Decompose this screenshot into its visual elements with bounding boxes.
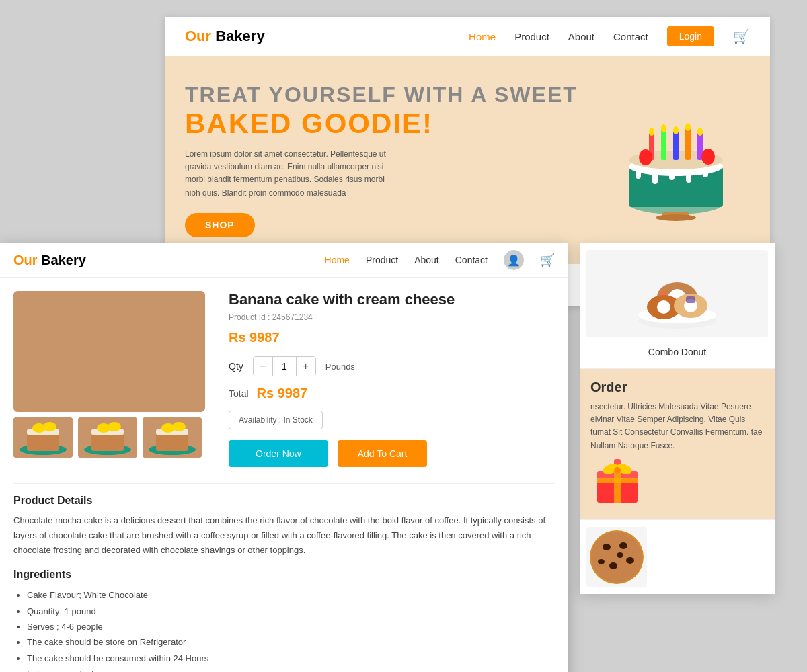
avatar: 👤	[504, 250, 524, 270]
thumbnail-row	[13, 417, 215, 458]
bg-nav-home[interactable]: Home	[469, 31, 496, 42]
svg-point-16	[673, 126, 679, 134]
svg-point-80	[598, 559, 605, 564]
svg-point-77	[619, 542, 627, 549]
qty-increase-button[interactable]: +	[297, 357, 315, 376]
svg-point-15	[661, 124, 666, 132]
svg-point-46	[108, 422, 121, 431]
bg-nav-about[interactable]: About	[568, 31, 594, 42]
bg-hero-cake	[602, 93, 750, 227]
ingredient-4: The cake should be store on Refrigerator	[27, 634, 555, 650]
ingredient-5: The cake should be consumed within 24 Ho…	[27, 650, 555, 666]
ingredients-title: Ingredients	[13, 569, 555, 581]
svg-point-20	[701, 149, 715, 165]
fg-logo-our: Our	[13, 253, 38, 267]
fg-navbar: Our Bakery Home Product About Contact 👤 …	[0, 243, 568, 278]
fg-nav-product[interactable]: Product	[366, 255, 398, 265]
svg-point-18	[697, 128, 703, 136]
bg-hero-description: Lorem ipsum dolor sit amet consectetur. …	[185, 148, 400, 200]
svg-rect-3	[636, 165, 641, 179]
thumbnail-2[interactable]	[78, 417, 137, 458]
svg-point-19	[639, 149, 652, 165]
product-title: Banana cake with cream cheese	[229, 291, 555, 308]
thumbnail-3[interactable]	[143, 417, 202, 458]
order-cta-title: Order	[590, 380, 764, 395]
svg-rect-70	[614, 471, 621, 503]
fg-cart-icon[interactable]: 🛒	[540, 253, 555, 267]
bg-logo-bakery: Bakery	[211, 28, 265, 44]
bg-shop-button[interactable]: SHOP	[185, 213, 255, 237]
fg-nav: Home Product About Contact 👤 🛒	[325, 250, 555, 270]
total-label: Total	[229, 388, 249, 399]
thumbnail-1[interactable]	[13, 417, 73, 458]
ingredient-2: Quantity; 1 pound	[27, 603, 555, 619]
combo-donut-image	[586, 250, 768, 337]
ingredient-1: Cake Flavour; White Chocolate	[27, 587, 555, 603]
details-title: Product Details	[13, 495, 555, 507]
ingredient-3: Serves ; 4-6 people	[27, 619, 555, 634]
banana-cake-image	[22, 294, 197, 409]
product-details-section: Product Details Chocolate mocha cake is …	[13, 483, 555, 672]
combo-donut-label: Combo Donut	[586, 343, 768, 362]
ingredient-6: Enjoy your cake !	[27, 666, 555, 672]
bg-logo-our: Our	[185, 28, 211, 44]
bg-logo: Our Bakery	[185, 28, 265, 45]
donut-image-svg	[633, 253, 721, 334]
svg-point-14	[649, 128, 654, 136]
svg-rect-65	[686, 296, 695, 303]
qty-decrease-button[interactable]: −	[254, 357, 272, 376]
bg-nav-product[interactable]: Product	[514, 31, 549, 42]
svg-point-17	[685, 123, 691, 131]
availability-badge: Availability : In Stock	[229, 411, 323, 429]
ingredients-list: Cake Flavour; White Chocolate Quantity; …	[13, 587, 555, 672]
product-id: Product Id : 245671234	[229, 312, 555, 322]
bg-navbar: Our Bakery Home Product About Contact Lo…	[165, 17, 770, 56]
right-panel: Combo Donut Order nsectetur. Ultricies M…	[580, 243, 775, 594]
action-buttons: Order Now Add To Cart	[229, 440, 555, 467]
bg-login-button[interactable]: Login	[667, 26, 714, 46]
main-product-image	[13, 291, 205, 412]
bg-hero-line2: BAKED GOODIE!	[185, 108, 578, 140]
cookie-card	[580, 519, 775, 594]
quantity-controls: − 1 +	[253, 356, 316, 376]
fg-nav-home[interactable]: Home	[325, 255, 350, 265]
product-section: Banana cake with cream cheese Product Id…	[13, 291, 555, 467]
svg-rect-12	[685, 128, 691, 160]
fg-nav-contact[interactable]: Contact	[455, 255, 488, 265]
gift-box-icon	[590, 452, 644, 506]
svg-rect-11	[673, 132, 679, 160]
svg-rect-10	[661, 130, 666, 160]
order-cta-section: Order nsectetur. Ultricies Malesuada Vit…	[580, 369, 775, 519]
order-cta-title-text: O	[590, 380, 601, 394]
foreground-page: Our Bakery Home Product About Contact 👤 …	[0, 243, 568, 672]
svg-point-76	[603, 544, 611, 550]
product-price: Rs 9987	[229, 330, 555, 345]
svg-point-22	[656, 214, 696, 221]
svg-point-79	[609, 562, 617, 569]
svg-point-73	[614, 467, 621, 474]
cookie-image-svg	[586, 527, 647, 587]
bg-cart-icon[interactable]: 🛒	[733, 28, 750, 44]
quantity-row: Qty − 1 + Pounds	[229, 356, 555, 376]
details-description: Chocolate mocha cake is a delicious dess…	[13, 513, 555, 558]
order-cta-description: nsectetur. Ultricies Malesuada Vitae Pos…	[590, 401, 764, 452]
order-cta-title-rest: rder	[601, 380, 627, 394]
add-to-cart-button[interactable]: Add To Cart	[338, 440, 428, 467]
svg-rect-34	[22, 299, 197, 403]
fg-nav-about[interactable]: About	[414, 255, 439, 265]
order-now-button[interactable]: Order Now	[229, 440, 328, 467]
fg-content: Banana cake with cream cheese Product Id…	[0, 278, 568, 672]
cake-illustration	[609, 93, 743, 227]
product-images	[13, 291, 215, 467]
svg-point-81	[617, 552, 623, 558]
svg-point-62	[657, 300, 670, 314]
total-value: Rs 9987	[257, 386, 308, 401]
bg-hero-line1: TREAT YOURSELF WITH A SWEET	[185, 83, 578, 108]
bg-nav-contact[interactable]: Contact	[613, 31, 648, 42]
bg-hero-text: TREAT YOURSELF WITH A SWEET BAKED GOODIE…	[185, 83, 578, 237]
svg-point-78	[626, 557, 634, 564]
cookie-image	[586, 527, 647, 587]
fg-logo-bakery: Bakery	[38, 253, 86, 267]
fg-logo: Our Bakery	[13, 253, 86, 268]
combo-donut-card: Combo Donut	[580, 243, 775, 369]
